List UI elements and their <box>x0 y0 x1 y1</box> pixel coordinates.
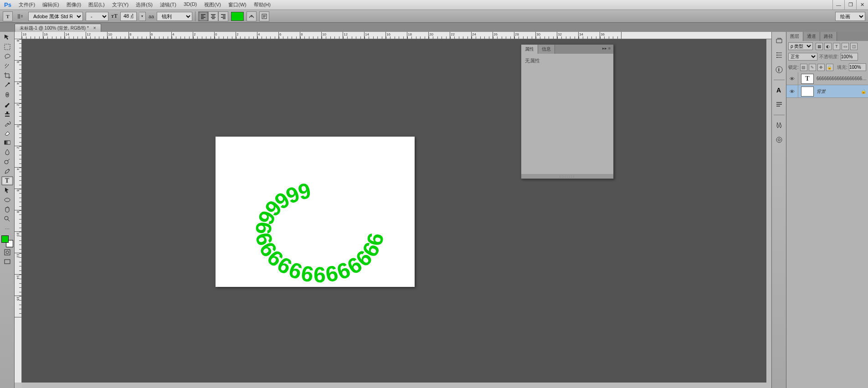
maximize-button[interactable]: ❐ <box>844 0 856 10</box>
history-brush-tool[interactable] <box>1 119 13 128</box>
workspace-select[interactable]: 绘画 <box>835 12 865 21</box>
toolbox: T ⋯ <box>0 32 15 388</box>
layer-filter-select[interactable]: ρ 类型 <box>788 42 813 50</box>
text-color-swatch[interactable] <box>231 12 244 21</box>
shape-tool[interactable] <box>1 195 13 204</box>
antialias-select[interactable]: 锐利 <box>157 12 192 21</box>
ruler-vertical[interactable]: 86420246810121416 <box>15 39 22 383</box>
opacity-input[interactable] <box>841 53 858 61</box>
paragraph-panel-icon[interactable] <box>773 99 785 111</box>
filter-smart-icon[interactable]: ◫ <box>850 43 858 50</box>
scrollbar-horizontal[interactable] <box>22 383 771 388</box>
eyedropper-tool[interactable] <box>1 81 13 90</box>
tab-layers[interactable]: 图层 <box>786 32 803 41</box>
actions-panel-icon[interactable] <box>773 49 785 61</box>
close-button[interactable]: ✕ <box>856 0 868 10</box>
panel-collapse-button[interactable]: ▸▸ ≡ <box>600 45 613 54</box>
layer-row[interactable]: 👁 T 6666666666666666666... <box>786 72 868 85</box>
menu-3d[interactable]: 3D(D) <box>180 0 200 10</box>
gradient-tool[interactable] <box>1 138 13 147</box>
minimize-button[interactable]: — <box>832 0 844 10</box>
color-swatches[interactable] <box>1 235 13 247</box>
visibility-toggle[interactable]: 👁 <box>786 72 798 85</box>
tab-channels[interactable]: 通道 <box>803 32 820 41</box>
crop-tool[interactable] <box>1 71 13 80</box>
healing-tool[interactable] <box>1 90 13 99</box>
magic-wand-tool[interactable] <box>1 61 13 71</box>
foreground-color-swatch[interactable] <box>1 235 9 243</box>
libraries-panel-icon[interactable] <box>773 134 785 146</box>
lock-paint-icon[interactable]: ✎ <box>809 64 816 71</box>
menu-filter[interactable]: 滤镜(T) <box>157 0 180 10</box>
font-size-input[interactable] <box>120 12 137 21</box>
menu-view[interactable]: 视图(V) <box>201 0 224 10</box>
layer-row[interactable]: 👁 背景 🔒 <box>786 85 868 98</box>
marquee-tool[interactable] <box>1 42 13 51</box>
align-center-button[interactable] <box>208 11 218 21</box>
character-panel-icon[interactable]: A <box>773 84 785 96</box>
menu-help[interactable]: 帮助(H) <box>251 0 274 10</box>
filter-type-icon[interactable]: T <box>833 43 840 50</box>
path-select-tool[interactable] <box>1 186 13 195</box>
type-tool[interactable]: T <box>1 176 13 185</box>
move-tool[interactable] <box>1 33 13 42</box>
filter-adjust-icon[interactable]: ◐ <box>824 43 832 50</box>
fill-input[interactable] <box>849 63 866 71</box>
menu-select[interactable]: 选择(S) <box>133 0 156 10</box>
scroll-v[interactable] <box>766 39 771 383</box>
stamp-tool[interactable] <box>1 109 13 118</box>
eraser-tool[interactable] <box>1 128 13 138</box>
tab-properties[interactable]: 属性 <box>521 45 538 54</box>
character-panel-button[interactable] <box>259 11 269 21</box>
warp-text-button[interactable]: T <box>247 11 257 21</box>
properties-panel[interactable]: 属性 信息 ▸▸ ≡ 无属性 :::::::: <box>521 44 614 179</box>
filter-shape-icon[interactable]: ▭ <box>842 43 849 50</box>
align-right-button[interactable] <box>218 11 228 21</box>
menu-edit[interactable]: 编辑(E) <box>39 0 62 10</box>
info-panel-icon[interactable]: i <box>773 64 785 76</box>
menu-window[interactable]: 窗口(W) <box>225 0 250 10</box>
tools-preset-icon[interactable] <box>773 119 785 131</box>
lock-transparency-icon[interactable]: ▧ <box>800 64 807 71</box>
layer-name[interactable]: 6666666666666666666... <box>817 76 868 81</box>
viewport[interactable]: 6666666666666666666 <box>22 39 771 383</box>
font-size-dropdown[interactable]: ▾ <box>139 12 146 21</box>
font-style-select[interactable]: - <box>86 12 108 21</box>
edit-toolbar-button[interactable]: ⋯ <box>1 224 13 233</box>
visibility-toggle[interactable]: 👁 <box>786 85 798 97</box>
tab-close-button[interactable]: × <box>93 26 96 31</box>
menu-text[interactable]: 文字(Y) <box>109 0 132 10</box>
lock-position-icon[interactable]: ✥ <box>817 64 825 71</box>
align-left-button[interactable] <box>198 11 208 21</box>
zoom-tool[interactable] <box>1 214 13 224</box>
tab-info[interactable]: 信息 <box>538 45 555 54</box>
screenmode-button[interactable] <box>1 257 13 266</box>
current-tool-icon: T <box>3 11 13 21</box>
menu-image[interactable]: 图像(I) <box>63 0 84 10</box>
aa-label: aa <box>149 14 154 19</box>
layer-name[interactable]: 背景 <box>817 88 859 95</box>
dodge-tool[interactable] <box>1 157 13 166</box>
canvas-text: 6666666666666666666 <box>216 137 415 287</box>
tab-paths[interactable]: 路径 <box>820 32 837 41</box>
blur-tool[interactable] <box>1 148 13 157</box>
history-panel-icon[interactable] <box>773 35 785 46</box>
panel-resize-handle[interactable]: :::::::: <box>521 174 613 179</box>
blend-mode-select[interactable]: 正常 <box>788 53 817 61</box>
ruler-horizontal[interactable]: 1816141210864202468101214161820222426283… <box>22 32 771 39</box>
filter-pixel-icon[interactable]: ▦ <box>816 43 823 50</box>
lock-all-icon[interactable]: 🔒 <box>826 64 833 71</box>
artboard[interactable]: 6666666666666666666 <box>216 137 415 287</box>
text-orientation-button[interactable] <box>15 11 26 21</box>
brush-tool[interactable] <box>1 100 13 109</box>
menu-layer[interactable]: 图层(L) <box>85 0 108 10</box>
document-tab[interactable]: 未标题-1 @ 100% (背景, RGB/8) * × <box>15 24 101 32</box>
svg-point-5 <box>5 160 8 164</box>
menu-file[interactable]: 文件(F) <box>15 0 38 10</box>
font-family-select[interactable]: Adobe 黑体 Std R <box>28 12 83 21</box>
lasso-tool[interactable] <box>1 52 13 61</box>
pen-tool[interactable] <box>1 167 13 176</box>
main-menu: 文件(F) 编辑(E) 图像(I) 图层(L) 文字(Y) 选择(S) 滤镜(T… <box>15 0 274 10</box>
quickmask-button[interactable] <box>1 248 13 257</box>
hand-tool[interactable] <box>1 205 13 214</box>
